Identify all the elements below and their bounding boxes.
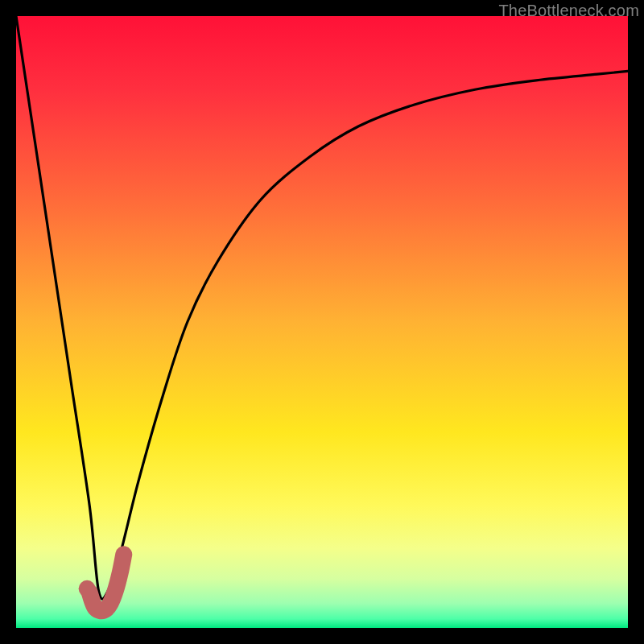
plot-area	[16, 16, 628, 628]
watermark-label: TheBottleneck.com	[498, 2, 639, 20]
curve-overlay	[16, 16, 628, 628]
highlight-dot	[79, 580, 96, 597]
chart-frame: TheBottleneck.com	[0, 0, 644, 644]
bottleneck-curve	[16, 16, 628, 599]
